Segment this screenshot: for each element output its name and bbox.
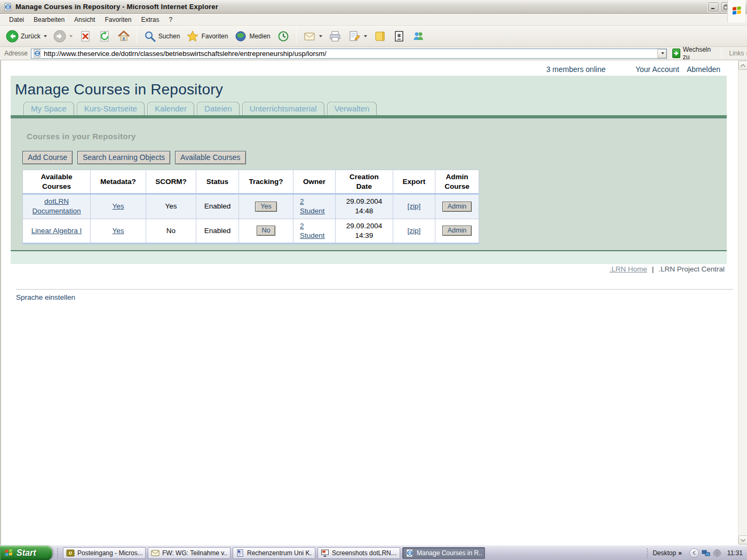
tab-dateien[interactable]: Dateien xyxy=(197,102,240,115)
available-courses-button[interactable]: Available Courses xyxy=(175,151,246,164)
desktop-chevron-icon[interactable] xyxy=(678,549,682,557)
menu-hilfe[interactable]: ? xyxy=(164,15,177,25)
tracking-button[interactable]: Yes xyxy=(255,202,276,212)
col-available-courses: Available Courses xyxy=(23,170,91,194)
favorites-button[interactable]: Favoriten xyxy=(184,28,231,44)
admin-button[interactable]: Admin xyxy=(442,202,472,212)
page-title: Manage Courses in Repository xyxy=(15,81,727,98)
command-button[interactable] xyxy=(390,28,408,44)
links-toolbar[interactable]: Links xyxy=(727,50,747,57)
back-dropdown-icon[interactable] xyxy=(44,35,47,37)
metadata-link[interactable]: Yes xyxy=(112,202,124,210)
menu-bearbeiten[interactable]: Bearbeiten xyxy=(29,15,69,25)
address-input[interactable] xyxy=(44,50,657,58)
menu-extras[interactable]: Extras xyxy=(136,15,164,25)
export-zip-link[interactable]: [zip] xyxy=(408,227,421,235)
edit-button[interactable] xyxy=(345,28,370,44)
media-button[interactable]: Medien xyxy=(232,28,273,44)
start-button[interactable]: Start xyxy=(0,546,52,560)
creation-time: 14:48 xyxy=(339,206,390,216)
edit-dropdown-icon[interactable] xyxy=(364,35,367,37)
menu-datei[interactable]: Datei xyxy=(4,15,29,25)
course-link[interactable]: dotLRN Documentation xyxy=(33,197,81,215)
metadata-link[interactable]: Yes xyxy=(112,227,124,235)
forward-dropdown-icon[interactable] xyxy=(69,35,73,37)
start-label: Start xyxy=(17,548,36,558)
tab-unterrichtsmaterial[interactable]: Unterrichtsmaterial xyxy=(242,102,324,115)
edit-icon xyxy=(348,30,361,43)
tab-kalender[interactable]: Kalender xyxy=(147,102,194,115)
forward-button[interactable] xyxy=(51,28,75,44)
desktop-toolbar[interactable]: Desktop xyxy=(653,549,682,557)
go-button[interactable]: Wechseln zu xyxy=(670,45,714,61)
page-bottom-strip xyxy=(11,251,727,264)
refresh-button[interactable] xyxy=(96,28,114,44)
media-label: Medien xyxy=(249,33,270,40)
owner-link[interactable]: 2 Student xyxy=(300,197,329,216)
tracking-button[interactable]: No xyxy=(257,226,276,236)
presentation-icon xyxy=(321,549,329,557)
refresh-icon xyxy=(98,30,111,43)
history-button[interactable] xyxy=(274,28,292,44)
address-dropdown-icon[interactable] xyxy=(657,49,666,58)
back-button[interactable]: Zurück xyxy=(3,28,50,44)
action-buttons-row: Add Course Search Learning Objects Avail… xyxy=(22,151,727,164)
go-arrow-icon xyxy=(672,49,680,58)
back-label: Zurück xyxy=(21,33,41,40)
scroll-down-button[interactable] xyxy=(738,535,747,545)
status-value: Enabled xyxy=(196,219,239,243)
address-field[interactable] xyxy=(31,49,667,59)
tab-verwalten[interactable]: Verwalten xyxy=(327,102,377,115)
tab-kurs-startseite[interactable]: Kurs-Startseite xyxy=(77,102,145,115)
table-row: dotLRN Documentation Yes Yes Enabled Yes… xyxy=(23,194,479,219)
your-account-link[interactable]: Your Account xyxy=(635,65,679,74)
creation-date-cell: 29.09.2004 14:39 xyxy=(336,219,393,243)
add-course-button[interactable]: Add Course xyxy=(22,151,73,164)
discuss-button[interactable] xyxy=(371,28,389,44)
taskbar-button-manage-courses[interactable]: Manage Courses in R... xyxy=(402,547,485,559)
minimize-button[interactable] xyxy=(708,2,719,12)
section-title: Courses in your Repository xyxy=(22,118,727,141)
taskbar-grip[interactable] xyxy=(57,548,59,558)
network-icon[interactable] xyxy=(702,549,710,557)
address-bar: Adresse Wechseln zu Links xyxy=(0,47,747,60)
search-button[interactable]: Suchen xyxy=(141,28,183,44)
home-button[interactable] xyxy=(115,28,133,44)
mail-message-icon xyxy=(151,549,160,557)
vertical-scrollbar[interactable] xyxy=(738,60,747,545)
tray-collapse-button[interactable] xyxy=(689,548,699,558)
taskbar-button-posteingang[interactable]: Posteingang - Micros... xyxy=(63,547,146,559)
taskbar-grip[interactable] xyxy=(646,548,648,558)
menu-ansicht[interactable]: Ansicht xyxy=(69,15,100,25)
taskbar-button-screenshots[interactable]: Screenshots dotLRN.... xyxy=(317,547,400,559)
mail-dropdown-icon[interactable] xyxy=(319,35,322,37)
export-zip-link[interactable]: [zip] xyxy=(408,202,421,210)
mail-button[interactable] xyxy=(300,28,325,44)
taskbar-button-rechenzentrum[interactable]: Rechenzentrum Uni K... xyxy=(233,547,315,559)
messenger-button[interactable] xyxy=(409,28,427,44)
lrn-home-link[interactable]: .LRN Home xyxy=(609,265,647,273)
search-learning-objects-button[interactable]: Search Learning Objects xyxy=(77,151,170,164)
window-title: Manage Courses in Repository - Microsoft… xyxy=(15,3,218,11)
history-icon xyxy=(277,30,290,43)
windows-flag-icon xyxy=(4,548,13,557)
scroll-up-button[interactable] xyxy=(738,61,747,70)
browser-viewport: 3 members online Your Account Abmelden M… xyxy=(0,60,747,545)
owner-link[interactable]: 2 Student xyxy=(300,221,329,241)
page-content-box: Manage Courses in Repository My Space Ku… xyxy=(11,76,727,264)
taskbar-button-mail[interactable]: FW: WG: Teilnahme v... xyxy=(148,547,231,559)
desktop-label: Desktop xyxy=(653,549,676,557)
course-link[interactable]: Linear Algebra I xyxy=(31,227,82,235)
tab-my-space[interactable]: My Space xyxy=(23,102,74,115)
back-icon xyxy=(6,30,19,43)
toolbar-separator xyxy=(296,28,297,44)
logout-link[interactable]: Abmelden xyxy=(687,65,720,74)
print-button[interactable] xyxy=(326,28,344,44)
admin-button[interactable]: Admin xyxy=(442,226,472,236)
members-online-text: 3 members online xyxy=(546,65,606,74)
menu-favoriten[interactable]: Favoriten xyxy=(100,15,136,25)
language-settings-link[interactable]: Sprache einstellen xyxy=(16,293,75,301)
lrn-project-central-link[interactable]: .LRN Project Central xyxy=(658,265,725,273)
stop-button[interactable] xyxy=(76,28,94,44)
update-icon[interactable] xyxy=(713,549,721,557)
